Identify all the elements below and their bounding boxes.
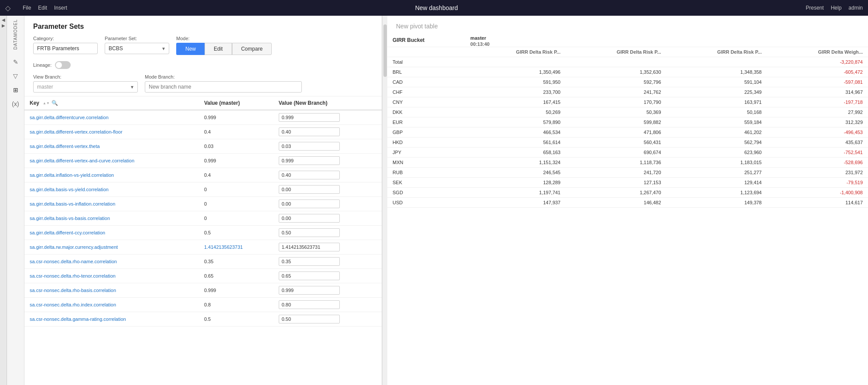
param-key-cell: sa.girr.delta.basis-vs-inflation.correla…: [24, 197, 199, 211]
param-branch-cell[interactable]: [273, 298, 382, 312]
collapse-left-icon[interactable]: ◀: [2, 17, 5, 22]
pivot-row-label: BRL: [387, 67, 465, 77]
param-master-cell: 0.4: [199, 125, 273, 139]
param-branch-cell[interactable]: [273, 182, 382, 197]
branch-value-input[interactable]: [279, 199, 340, 208]
pivot-row: GBP466,534471,806461,202-496,453: [387, 127, 868, 138]
branch-value-input[interactable]: [279, 243, 340, 251]
view-branch-input[interactable]: [33, 81, 138, 93]
param-branch-cell[interactable]: [273, 154, 382, 168]
pivot-row: CHF233,700241,762225,349314,967: [387, 87, 868, 97]
param-branch-cell[interactable]: [273, 139, 382, 154]
branch-value-input[interactable]: [279, 113, 340, 122]
mode-group: Mode: New Edit Compare: [176, 36, 272, 55]
table-row: sa.csr-nonsec.delta.rho-name.correlation…: [24, 254, 382, 269]
branch-value-input[interactable]: [279, 185, 340, 194]
branch-value-input[interactable]: [279, 300, 340, 309]
menu-file[interactable]: File: [23, 5, 31, 11]
param-branch-cell[interactable]: [273, 254, 382, 269]
search-icon[interactable]: 🔍: [51, 100, 58, 106]
pivot-row-label: SEK: [387, 178, 465, 188]
pivot-value-cell: 1,350,496: [465, 67, 566, 77]
branch-value-input[interactable]: [279, 127, 340, 136]
param-branch-cell[interactable]: [273, 110, 382, 125]
branch-value-input[interactable]: [279, 171, 340, 179]
pivot-row-label: CNY: [387, 97, 465, 107]
pivot-value-cell: 149,378: [666, 198, 767, 208]
branch-value-input[interactable]: [279, 228, 340, 237]
param-branch-cell[interactable]: [273, 211, 382, 226]
param-branch-cell[interactable]: [273, 226, 382, 240]
pivot-row-label: SGD: [387, 188, 465, 198]
table-row: sa.girr.delta.basis-vs-yield.correlation…: [24, 182, 382, 197]
menu-edit[interactable]: Edit: [38, 5, 47, 11]
pivot-value-cell: 1,123,694: [666, 188, 767, 198]
param-set-select[interactable]: BCBS: [105, 43, 169, 54]
present-button[interactable]: Present: [806, 5, 824, 11]
pivot-row: CAD591,950592,796591,104-597,081: [387, 77, 868, 87]
help-button[interactable]: Help: [831, 5, 842, 11]
sort-icon[interactable]: ▲▼: [43, 101, 50, 105]
logo-icon: ◇: [5, 4, 10, 12]
panel-header: Parameter Sets Category: Parameter Set: …: [24, 16, 382, 96]
table-icon[interactable]: ⊞: [11, 85, 20, 95]
pencil-icon[interactable]: ✎: [11, 57, 20, 67]
param-branch-cell[interactable]: [273, 283, 382, 298]
mode-compare-button[interactable]: Compare: [232, 43, 272, 55]
pivot-value-cell: 170,790: [566, 97, 666, 107]
param-branch-cell[interactable]: [273, 240, 382, 254]
pivot-weighted-cell: -752,541: [767, 148, 868, 158]
branch-value-input[interactable]: [279, 214, 340, 223]
pivot-col-header: GIRR Delta Risk P...: [666, 47, 767, 57]
pivot-row: HKD561,614560,431562,794435,637: [387, 138, 868, 148]
menu-insert[interactable]: Insert: [54, 5, 67, 11]
branch-value-input[interactable]: [279, 142, 340, 151]
pivot-row: EUR579,890599,882559,184312,329: [387, 117, 868, 127]
col-master-header: Value (master): [199, 96, 273, 110]
pivot-value-cell: 1,348,358: [666, 67, 767, 77]
param-master-cell: 0.999: [199, 110, 273, 125]
param-set-group: Parameter Set: BCBS ▼: [105, 36, 169, 54]
mode-new-button[interactable]: New: [176, 43, 205, 55]
category-input[interactable]: [33, 43, 98, 54]
lineage-toggle[interactable]: [55, 61, 71, 69]
param-table-wrapper: Key ▲▼ 🔍 Value (master) Value (New Branc…: [24, 96, 382, 385]
top-bar-right: Present Help admin: [806, 5, 863, 11]
admin-user[interactable]: admin: [848, 5, 863, 11]
param-branch-cell[interactable]: [273, 125, 382, 139]
pivot-value-cell: 251,277: [666, 168, 767, 178]
mode-edit-button[interactable]: Edit: [205, 43, 232, 55]
param-branch-cell[interactable]: [273, 269, 382, 283]
branch-value-input[interactable]: [279, 286, 340, 295]
branch-value-input[interactable]: [279, 156, 340, 165]
param-set-label: Parameter Set:: [105, 36, 169, 41]
param-branch-cell[interactable]: [273, 168, 382, 182]
branch-value-input[interactable]: [279, 257, 340, 266]
variable-icon[interactable]: (x): [10, 99, 21, 109]
branch-value-input[interactable]: [279, 315, 340, 323]
pivot-row-label: EUR: [387, 117, 465, 127]
param-branch-cell[interactable]: [273, 312, 382, 327]
lineage-label: Lineage:: [33, 62, 51, 68]
pivot-row: CNY167,415170,790163,971-197,718: [387, 97, 868, 107]
col-branch-header: Value (New Branch): [273, 96, 382, 110]
pivot-value-cell: 1,197,741: [465, 188, 566, 198]
pivot-value-cell: 233,700: [465, 87, 566, 97]
param-master-cell: 0.65: [199, 269, 273, 283]
param-key-cell: sa.girr.delta.different-vertex.correlati…: [24, 125, 199, 139]
param-key-cell: sa.girr.delta.basis-vs-basis.correlation: [24, 211, 199, 226]
branch-value-input[interactable]: [279, 272, 340, 280]
pivot-value-cell: 225,349: [666, 87, 767, 97]
scroll-thumb[interactable]: [383, 24, 387, 77]
pivot-row-label: MXN: [387, 158, 465, 168]
icon-strip: ◀ ▶: [0, 16, 7, 385]
pivot-table: GIRR Bucket master 00:13:40 GIRR Delta R…: [387, 33, 868, 208]
left-panel: Parameter Sets Category: Parameter Set: …: [24, 16, 382, 385]
pivot-value-cell: 466,534: [465, 127, 566, 138]
mode-branch-input[interactable]: [145, 81, 302, 93]
filter-icon[interactable]: ▽: [11, 71, 20, 81]
scrollbar[interactable]: [382, 16, 387, 385]
expand-right-icon[interactable]: ▶: [2, 23, 5, 28]
pivot-value-cell: 50,369: [566, 107, 666, 117]
param-branch-cell[interactable]: [273, 197, 382, 211]
